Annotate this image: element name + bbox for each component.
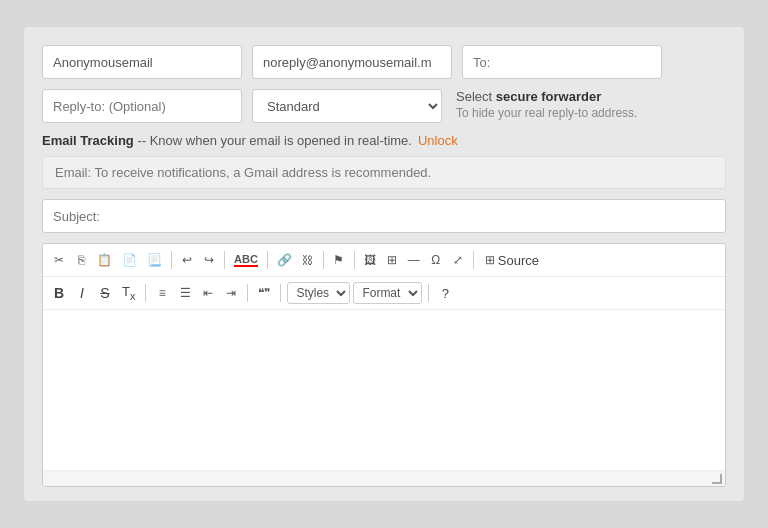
table-icon: ⊞: [387, 253, 397, 267]
row-from-email-to: [42, 45, 726, 79]
spellcheck-icon: ABC: [234, 253, 258, 267]
unlink-button[interactable]: ⛓: [298, 249, 318, 271]
copy-icon: ⎘: [78, 253, 85, 267]
ordered-list-button[interactable]: ≡: [152, 282, 172, 304]
decrease-indent-button[interactable]: ⇤: [198, 282, 218, 304]
paste-plain-button[interactable]: 📄: [118, 249, 141, 271]
image-button[interactable]: 🖼: [360, 249, 380, 271]
subscript-icon: Tx: [122, 284, 135, 302]
decrease-indent-icon: ⇤: [203, 286, 213, 300]
toolbar-separator-2: [224, 251, 225, 269]
blockquote-icon: ❝❞: [258, 286, 270, 300]
strikethrough-button[interactable]: S: [95, 282, 115, 304]
maximize-icon: ⤢: [453, 253, 463, 267]
toolbar-separator-4: [323, 251, 324, 269]
spellcheck-button[interactable]: ABC: [230, 249, 262, 271]
editor-container: ✂ ⎘ 📋 📄 📃 ↩ ↪: [42, 243, 726, 487]
notification-bar: Email: To receive notifications, a Gmail…: [42, 156, 726, 189]
toolbar-row-1: ✂ ⎘ 📋 📄 📃 ↩ ↪: [43, 244, 725, 277]
format-select[interactable]: Format: [353, 282, 422, 304]
paste-word-button[interactable]: 📃: [143, 249, 166, 271]
unlink-icon: ⛓: [302, 254, 313, 266]
email-compose-form: Standard Select secure forwarder To hide…: [24, 27, 744, 501]
table-button[interactable]: ⊞: [382, 249, 402, 271]
hr-button[interactable]: ―: [404, 249, 424, 271]
undo-icon: ↩: [182, 253, 192, 267]
to-input[interactable]: [462, 45, 662, 79]
toolbar-separator-10: [428, 284, 429, 302]
copy-button[interactable]: ⎘: [71, 249, 91, 271]
toolbar-separator-7: [145, 284, 146, 302]
row-replyto-standard: Standard Select secure forwarder To hide…: [42, 89, 726, 123]
secure-forwarder-info: Select secure forwarder To hide your rea…: [452, 89, 637, 120]
from-input[interactable]: [42, 45, 242, 79]
toolbar-separator-8: [247, 284, 248, 302]
tracking-row: Email Tracking -- Know when your email i…: [42, 133, 726, 148]
paste-button[interactable]: 📋: [93, 249, 116, 271]
italic-button[interactable]: I: [72, 282, 92, 304]
anchor-icon: ⚑: [333, 253, 344, 267]
styles-select[interactable]: Styles: [287, 282, 350, 304]
ordered-list-icon: ≡: [159, 286, 166, 300]
link-button[interactable]: 🔗: [273, 249, 296, 271]
link-icon: 🔗: [277, 253, 292, 267]
resize-handle[interactable]: [712, 474, 722, 484]
email-input[interactable]: [252, 45, 452, 79]
anchor-button[interactable]: ⚑: [329, 249, 349, 271]
toolbar-separator-9: [280, 284, 281, 302]
toolbar-separator-1: [171, 251, 172, 269]
toolbar-separator-3: [267, 251, 268, 269]
help-label: ?: [442, 286, 449, 301]
subject-row: [42, 199, 726, 233]
secure-forwarder-subtitle: To hide your real reply-to address.: [456, 106, 637, 120]
unlock-link[interactable]: Unlock: [418, 133, 458, 148]
source-label: Source: [498, 253, 539, 268]
toolbar-separator-6: [473, 251, 474, 269]
subject-input[interactable]: [42, 199, 726, 233]
special-char-icon: Ω: [431, 253, 440, 267]
source-button[interactable]: ⊞ Source: [479, 251, 545, 270]
paste-icon: 📋: [97, 253, 112, 267]
help-button[interactable]: ?: [435, 282, 455, 304]
cut-icon: ✂: [54, 253, 64, 267]
source-icon: ⊞: [485, 253, 495, 267]
hr-icon: ―: [408, 253, 420, 267]
replyto-input[interactable]: [42, 89, 242, 123]
editor-body[interactable]: [43, 310, 725, 470]
editor-footer: [43, 470, 725, 486]
special-char-button[interactable]: Ω: [426, 249, 446, 271]
toolbar-separator-5: [354, 251, 355, 269]
tracking-label: Email Tracking -- Know when your email i…: [42, 133, 412, 148]
redo-button[interactable]: ↪: [199, 249, 219, 271]
standard-select[interactable]: Standard: [252, 89, 442, 123]
undo-button[interactable]: ↩: [177, 249, 197, 271]
increase-indent-icon: ⇥: [226, 286, 236, 300]
unordered-list-button[interactable]: ☰: [175, 282, 195, 304]
blockquote-button[interactable]: ❝❞: [254, 282, 274, 304]
paste-word-icon: 📃: [147, 253, 162, 267]
image-icon: 🖼: [364, 253, 376, 267]
cut-button[interactable]: ✂: [49, 249, 69, 271]
paste-plain-icon: 📄: [122, 253, 137, 267]
unordered-list-icon: ☰: [180, 286, 191, 300]
increase-indent-button[interactable]: ⇥: [221, 282, 241, 304]
maximize-button[interactable]: ⤢: [448, 249, 468, 271]
redo-icon: ↪: [204, 253, 214, 267]
subscript-button[interactable]: Tx: [118, 282, 139, 304]
bold-button[interactable]: B: [49, 282, 69, 304]
secure-forwarder-title: Select secure forwarder: [456, 89, 637, 104]
toolbar-row-2: B I S Tx ≡ ☰ ⇤ ⇥: [43, 277, 725, 310]
